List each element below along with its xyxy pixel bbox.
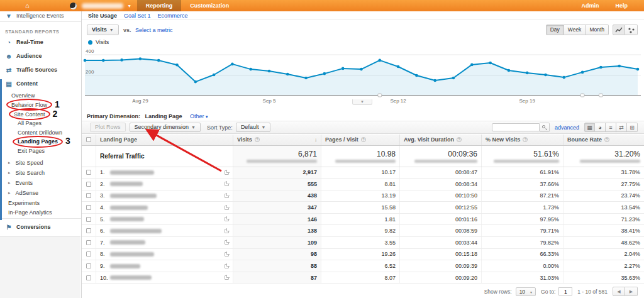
column-header-visits[interactable]: Visits?↓ [233, 135, 321, 145]
data-point[interactable] [581, 71, 584, 74]
data-point[interactable] [379, 59, 382, 62]
landing-page-name-redacted[interactable] [110, 194, 157, 198]
select-all-checkbox[interactable] [86, 137, 91, 142]
data-point[interactable] [433, 79, 436, 82]
data-point[interactable] [397, 65, 400, 69]
select-a-metric-link[interactable]: Select a metric [135, 27, 173, 33]
sidebar-item-events[interactable]: ▸Events [0, 178, 81, 188]
search-button[interactable] [540, 123, 550, 132]
help-icon[interactable]: ? [361, 137, 366, 142]
sidebar-item-landing-pages[interactable]: Landing Pages3 [0, 137, 81, 146]
granularity-month-button[interactable]: Month [586, 25, 609, 35]
column-header-pages-visit[interactable]: Pages / Visit? [321, 135, 399, 145]
tab-site-usage[interactable]: Site Usage [88, 13, 117, 19]
metric-dropdown[interactable]: Visits▼ [87, 25, 119, 35]
data-point[interactable] [231, 63, 234, 66]
data-point[interactable] [194, 80, 197, 84]
annotation-marker-icon[interactable] [580, 94, 584, 97]
home-icon[interactable]: ⌂ [25, 0, 30, 11]
table-view-icon[interactable]: ▦ [584, 123, 595, 132]
row-checkbox[interactable] [86, 182, 91, 187]
sidebar-item-in-page-analytics[interactable]: In-Page Analytics [0, 207, 81, 217]
data-point[interactable] [470, 63, 474, 67]
row-checkbox[interactable] [86, 193, 91, 198]
help-link[interactable]: Help [615, 3, 628, 9]
open-in-new-window-icon[interactable] [225, 252, 229, 257]
annotation-marker-icon[interactable] [599, 94, 602, 97]
data-point[interactable] [175, 63, 179, 67]
sidebar-item-behavior-flow[interactable]: Behavior Flow1 [0, 100, 81, 109]
data-point[interactable] [157, 59, 160, 62]
primary-dimension-value[interactable]: Landing Page [145, 113, 182, 119]
granularity-week-button[interactable]: Week [564, 25, 586, 35]
annotation-marker-icon[interactable] [378, 94, 382, 97]
previous-page-button[interactable]: ◀ [613, 287, 625, 296]
sidebar-item-adsense[interactable]: ▸AdSense [0, 188, 81, 198]
row-checkbox[interactable] [86, 240, 91, 245]
data-point[interactable] [304, 77, 308, 80]
account-switcher-caret-icon[interactable]: ▾ [128, 3, 131, 9]
data-point[interactable] [139, 57, 142, 60]
sidebar-item-site-search[interactable]: ▸Site Search [0, 168, 81, 178]
data-point[interactable] [636, 68, 640, 71]
tab-goal-set-1[interactable]: Goal Set 1 [124, 13, 151, 19]
sidebar-item-experiments[interactable]: Experiments [0, 198, 81, 207]
sidebar-item-content[interactable]: ▤Content [0, 77, 81, 91]
help-icon[interactable]: ? [255, 137, 260, 142]
table-search-input[interactable] [492, 123, 540, 131]
percentage-view-icon[interactable]: ◕ [595, 123, 606, 132]
admin-link[interactable]: Admin [581, 3, 599, 9]
annotations-expander[interactable]: ▼ [352, 99, 372, 105]
line-chart-view-button[interactable] [613, 25, 625, 35]
data-point[interactable] [618, 65, 621, 68]
pivot-view-icon[interactable]: ⊞ [627, 123, 638, 132]
sort-type-dropdown[interactable]: Default▼ [236, 123, 270, 132]
open-in-new-window-icon[interactable] [225, 264, 229, 268]
landing-page-name-redacted[interactable] [110, 252, 154, 257]
sidebar-item-audience[interactable]: ☻Audience [0, 49, 81, 63]
landing-page-name-redacted[interactable] [110, 240, 145, 245]
advanced-search-link[interactable]: advanced [555, 124, 579, 131]
data-point[interactable] [120, 58, 123, 62]
help-icon[interactable]: ? [523, 137, 528, 142]
comparison-view-icon[interactable]: ⇄ [616, 123, 627, 132]
row-checkbox[interactable] [86, 263, 91, 268]
data-point[interactable] [286, 73, 289, 76]
data-point[interactable] [213, 74, 216, 77]
help-icon[interactable]: ? [457, 137, 462, 142]
sidebar-item-site-speed[interactable]: ▸Site Speed [0, 158, 81, 168]
landing-page-name-redacted[interactable] [110, 170, 154, 175]
sidebar-item-intelligence-events[interactable]: ▼Intelligence Events [0, 11, 81, 20]
landing-page-name-redacted[interactable] [110, 264, 140, 268]
row-checkbox[interactable] [86, 275, 91, 280]
show-rows-select[interactable]: 10▾ [516, 287, 536, 296]
data-point[interactable] [102, 59, 105, 62]
tab-reporting[interactable]: Reporting [137, 0, 182, 11]
open-in-new-window-icon[interactable] [225, 240, 229, 245]
secondary-dimension-dropdown[interactable]: Secondary dimension▼ [130, 123, 201, 132]
tab-customization[interactable]: Customization [181, 0, 238, 11]
open-in-new-window-icon[interactable] [225, 275, 229, 280]
data-point[interactable] [84, 59, 87, 62]
data-point[interactable] [360, 68, 363, 71]
column-header-avg-visit-duration[interactable]: Avg. Visit Duration? [399, 135, 481, 145]
data-point[interactable] [508, 69, 511, 72]
row-checkbox[interactable] [86, 251, 91, 257]
data-point[interactable] [526, 72, 529, 75]
landing-page-name-redacted[interactable] [110, 206, 148, 210]
motion-chart-view-button[interactable] [625, 25, 638, 35]
goto-page-input[interactable] [558, 287, 572, 295]
sidebar-item-site-content[interactable]: Site Content2 [0, 109, 81, 119]
tab-ecommerce[interactable]: Ecommerce [158, 13, 188, 19]
other-dimension-link[interactable]: Other ▾ [190, 113, 208, 119]
granularity-day-button[interactable]: Day [546, 25, 564, 35]
row-checkbox[interactable] [86, 170, 91, 175]
open-in-new-window-icon[interactable] [225, 206, 229, 210]
row-checkbox[interactable] [86, 205, 91, 210]
data-point[interactable] [415, 74, 418, 77]
open-in-new-window-icon[interactable] [225, 194, 229, 198]
performance-view-icon[interactable]: ≡ [606, 123, 616, 132]
column-header-bounce-rate[interactable]: Bounce Rate? [563, 135, 644, 145]
landing-page-name-redacted[interactable] [110, 217, 144, 221]
column-header--new-visits[interactable]: % New Visits? [481, 135, 563, 145]
